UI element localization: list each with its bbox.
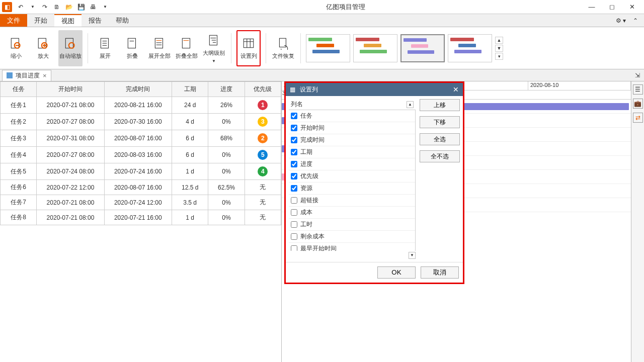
menu-help[interactable]: 帮助 xyxy=(109,14,136,27)
column-label: 最早开始时间 xyxy=(300,244,337,251)
undo-icon[interactable]: ↶ xyxy=(16,3,25,12)
menu-report[interactable]: 报告 xyxy=(82,14,109,27)
column-item[interactable]: 工期 xyxy=(289,146,415,158)
table-row[interactable]: 任务62020-07-22 12:002020-08-07 16:0012.5 … xyxy=(1,180,281,195)
minimize-button[interactable]: — xyxy=(587,2,597,12)
collapse-button[interactable]: 折叠 xyxy=(120,30,144,66)
settings-icon[interactable]: ⚙ ▾ xyxy=(616,17,626,24)
redo-icon[interactable]: ↷ xyxy=(40,3,49,12)
column-label: 完成时间 xyxy=(300,136,325,144)
print-dropdown-icon[interactable]: ▼ xyxy=(101,3,110,12)
column-checkbox[interactable] xyxy=(291,197,297,204)
gantt-style-1[interactable] xyxy=(306,34,350,62)
column-item[interactable]: 资源 xyxy=(289,183,415,195)
undo-dropdown-icon[interactable]: ▼ xyxy=(28,3,37,12)
column-item[interactable]: 工时 xyxy=(289,219,415,231)
column-label: 剩余成本 xyxy=(300,232,325,241)
table-row[interactable]: 任务12020-07-21 08:002020-08-21 16:0024 d2… xyxy=(1,97,281,114)
priority-badge: 3 xyxy=(258,117,268,127)
table-row[interactable]: 任务42020-07-27 08:002020-08-03 16:006 d0%… xyxy=(1,147,281,163)
maximize-button[interactable]: ◻ xyxy=(607,2,617,12)
table-row[interactable]: 任务82020-07-21 08:002020-07-21 16:001 d0%… xyxy=(1,210,281,225)
column-checkbox[interactable] xyxy=(291,125,297,131)
panel-btn-3[interactable]: ⇄ xyxy=(633,113,643,123)
column-item[interactable]: 超链接 xyxy=(289,195,415,207)
column-checkbox[interactable] xyxy=(291,209,297,216)
set-columns-button[interactable]: 设置列 xyxy=(236,30,261,66)
collapse-ribbon-icon[interactable]: ⌃ xyxy=(633,17,638,24)
column-checkbox[interactable] xyxy=(291,137,297,143)
style-more-icon[interactable]: ▾ xyxy=(495,53,503,60)
outline-level-button[interactable]: 大纲级别 ▼ xyxy=(202,30,226,66)
style-down-icon[interactable]: ▼ xyxy=(495,45,503,52)
column-checkbox[interactable] xyxy=(291,161,297,167)
col-end[interactable]: 完成时间 xyxy=(104,82,172,97)
print-icon[interactable]: 🖶 xyxy=(89,3,98,12)
column-checkbox[interactable] xyxy=(291,221,297,228)
col-start[interactable]: 开始时间 xyxy=(37,82,104,97)
document-tab[interactable]: 项目进度 × xyxy=(2,70,51,81)
table-row[interactable]: 任务32020-07-31 08:002020-08-07 16:006 d68… xyxy=(1,130,281,147)
column-label: 资源 xyxy=(300,184,312,193)
move-up-button[interactable]: 上移 xyxy=(420,99,460,111)
menu-start[interactable]: 开始 xyxy=(27,14,54,27)
gantt-style-4[interactable] xyxy=(448,34,492,62)
scroll-down-icon[interactable]: ▼ xyxy=(409,252,416,259)
column-item[interactable]: 任务 xyxy=(289,110,415,122)
menu-file[interactable]: 文件 xyxy=(0,14,27,27)
auto-zoom-button[interactable]: 自动缩放 xyxy=(58,30,83,66)
dialog-close-icon[interactable]: ✕ xyxy=(453,85,459,94)
column-item[interactable]: 优先级 xyxy=(289,170,415,183)
move-down-button[interactable]: 下移 xyxy=(420,116,460,128)
menu-view[interactable]: 视图 xyxy=(54,14,82,27)
expand-all-button[interactable]: 展开全部 xyxy=(147,30,172,66)
app-logo: ◧ xyxy=(2,2,12,12)
cancel-button[interactable]: 取消 xyxy=(421,266,459,279)
table-row[interactable]: 任务22020-07-27 08:002020-07-30 16:004 d0%… xyxy=(1,114,281,130)
table-row[interactable]: 任务72020-07-21 08:002020-07-24 12:003.5 d… xyxy=(1,195,281,210)
gantt-style-2[interactable] xyxy=(353,34,397,62)
new-icon[interactable]: 🗎 xyxy=(52,3,61,12)
column-checkbox[interactable] xyxy=(291,173,297,179)
column-item[interactable]: 进度 xyxy=(289,158,415,170)
zoom-out-button[interactable]: 缩小 xyxy=(4,30,28,66)
close-button[interactable]: ✕ xyxy=(627,2,637,12)
pin-icon[interactable]: ⇲ xyxy=(635,72,640,79)
gantt-style-3[interactable] xyxy=(400,34,445,62)
column-checkbox[interactable] xyxy=(291,149,297,155)
open-icon[interactable]: 📂 xyxy=(64,3,73,12)
column-item[interactable]: 完成时间 xyxy=(289,134,415,146)
column-checkbox[interactable] xyxy=(291,245,297,251)
table-row[interactable]: 任务52020-07-24 08:002020-07-24 16:001 d0%… xyxy=(1,163,281,180)
close-tab-icon[interactable]: × xyxy=(43,72,47,79)
column-list-header: 列名 xyxy=(291,100,303,109)
expand-button[interactable]: 展开 xyxy=(93,30,117,66)
file-recover-button[interactable]: 文件恢复 xyxy=(271,30,295,66)
col-priority[interactable]: 优先级 xyxy=(245,82,281,97)
select-all-button[interactable]: 全选 xyxy=(420,133,460,145)
svg-rect-25 xyxy=(244,39,254,47)
collapse-icon xyxy=(125,36,139,50)
expand-icon xyxy=(98,36,112,50)
column-checkbox[interactable] xyxy=(291,233,297,240)
expand-all-icon xyxy=(152,36,167,50)
column-item[interactable]: 剩余成本 xyxy=(289,231,415,243)
style-up-icon[interactable]: ▲ xyxy=(495,37,503,44)
panel-btn-2[interactable]: 💼 xyxy=(633,99,643,109)
panel-btn-1[interactable]: ☰ xyxy=(633,84,643,95)
save-icon[interactable]: 💾 xyxy=(76,3,86,12)
column-checkbox[interactable] xyxy=(291,185,297,192)
col-progress[interactable]: 进度 xyxy=(208,82,245,97)
col-duration[interactable]: 工期 xyxy=(172,82,208,97)
select-none-button[interactable]: 全不选 xyxy=(420,150,460,162)
column-checkbox[interactable] xyxy=(291,113,297,119)
scroll-up-icon[interactable]: ▲ xyxy=(407,101,414,108)
collapse-all-button[interactable]: 折叠全部 xyxy=(175,30,199,66)
column-label: 进度 xyxy=(300,160,312,168)
column-item[interactable]: 最早开始时间 xyxy=(289,243,415,251)
col-task[interactable]: 任务 xyxy=(1,82,37,97)
zoom-in-button[interactable]: 放大 xyxy=(31,30,55,66)
ok-button[interactable]: OK xyxy=(377,266,416,279)
column-item[interactable]: 成本 xyxy=(289,207,415,219)
column-item[interactable]: 开始时间 xyxy=(289,122,415,134)
